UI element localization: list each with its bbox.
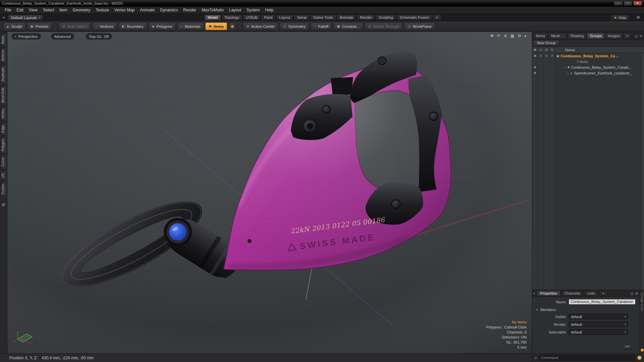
menu-system[interactable]: System [244,7,263,14]
raygl-toggle-button[interactable]: Ray GL: Off [86,33,112,40]
tab-animate[interactable]: Animate [337,15,356,20]
menu-dynamics[interactable]: Dynamics [157,7,180,14]
minimize-button[interactable]: ─ [614,1,623,6]
workplane-button[interactable]: ◳ WorkPlane [404,22,435,30]
symmetry-button[interactable]: ◫ Symmetry [280,22,309,30]
command-input[interactable]: Command [539,355,635,361]
tree-row-mesh[interactable]: ◉ – ▲ Speedrunner_Kanhook_carabiner_ [532,70,641,76]
tab-groups[interactable]: Groups [587,33,604,39]
menu-maxtomodo[interactable]: MaxToModo [199,7,226,14]
pan-icon[interactable]: ✚ [490,34,494,38]
panel-expand-icon[interactable]: ◲ [635,34,638,38]
items-button[interactable]: ✚ Items [205,22,227,30]
palette-icon[interactable]: ▤ [2,202,5,207]
tab-schematic-fusion[interactable]: Schematic Fusion [397,15,432,20]
collapse-icon[interactable]: ▸ [534,292,535,295]
tab-curve[interactable]: Curve [1,155,7,169]
tab-lists[interactable]: Lists [584,291,598,296]
vertices-button[interactable]: ∴ Vertices [92,22,117,30]
tab-shading[interactable]: Shading [568,33,586,39]
eye-icon[interactable]: ◉ [532,53,538,59]
tree-row-label[interactable]: Continuous_Belay_System_Carabi... [571,65,632,69]
panel-side-tab[interactable]: Group User [640,290,644,353]
render-column-icon[interactable]: ⊙ [538,47,544,53]
boundary-button[interactable]: ◧ Boundary [118,22,147,30]
panel-close-icon[interactable]: ✕ [640,34,642,38]
eye-icon[interactable]: ◉ [532,70,538,76]
menu-animate[interactable]: Animate [137,7,157,14]
menu-view[interactable]: View [26,7,40,14]
tab-scripting[interactable]: Scripting [376,15,396,20]
tree-row-label[interactable]: Continuous_Belay_System_Ca ... [561,54,619,58]
lock-column-icon[interactable]: ◎ [544,47,549,53]
tab-topology[interactable]: Topology [221,15,242,20]
presets-button[interactable]: ◉ Presets [27,22,52,30]
tab-polygon[interactable]: Polygon [1,136,7,154]
tab-channels[interactable]: Channels [561,291,583,296]
viewport-canvas[interactable]: 22kN 2013 0122 05 00186 SWISS MADE SWISS… [7,32,532,353]
menu-help[interactable]: Help [263,7,276,14]
tab-model[interactable]: Model [205,15,221,20]
tab-properties[interactable]: Properties [537,291,560,296]
tab-mesh-edit[interactable]: Mesh Edit [1,85,7,105]
menu-render[interactable]: Render [180,7,199,14]
tab-duplicate[interactable]: Duplicate [1,65,7,84]
menu-vertex-map[interactable]: Vertex Map [112,7,138,14]
select-through-button[interactable]: ▩ Select Through [365,22,402,30]
name-field[interactable]: Continuous_Belay_System_Carabiner [569,299,636,305]
tab-vertex[interactable]: Vertex [1,106,7,121]
lock-dot-icon[interactable]: ◎ [544,53,549,59]
panel-gear-icon[interactable]: ⚙ [635,292,638,295]
layout-up-icon[interactable]: ▲ [2,15,5,19]
visible-dropdown[interactable]: default ▾ [569,314,628,319]
panel-expand-icon[interactable]: ◲ [630,292,633,295]
viewport-expand-icon[interactable]: ▸ [525,34,527,38]
perspective-view-button[interactable]: ● Perspective [11,33,41,40]
menu-layout[interactable]: Layout [226,7,244,14]
tab-uvedit[interactable]: UVEdit [243,15,260,20]
menu-texture[interactable]: Texture [93,7,111,14]
tab-layout[interactable]: Layout [276,15,293,20]
orbit-icon[interactable]: ⟳ [497,34,500,38]
command-history-icon[interactable] [637,356,642,360]
selectable-dropdown[interactable]: default ▾ [569,329,628,335]
advanced-shading-button[interactable]: Advanced [51,33,74,40]
menu-select[interactable]: Select [40,7,57,14]
polygons-button[interactable]: ◆ Polygons [149,22,176,30]
tab-images[interactable]: Images [605,33,623,39]
tree-row-label[interactable]: Speedrunner_Kanhook_carabiner_ [574,71,632,75]
auto-select-button[interactable]: ▦ Auto Select [59,22,90,30]
tab-mesh-ops[interactable]: Mesh ... [548,33,567,39]
tree-row-group[interactable]: ◉ ⊙ ◎ ⊘ ▣ Continuous_Belay_System_Ca ... [532,53,641,59]
eye-icon[interactable]: ◉ [532,64,538,70]
group-tree[interactable]: ◉ ⊙ ◎ ⊘ ▣ Continuous_Belay_System_Ca ...… [532,53,644,290]
layout-gear-icon[interactable]: ⚙ [636,15,640,20]
tab-deform[interactable]: Deform [1,47,7,64]
constraints-button[interactable]: ▣ Constrai... [333,22,363,30]
viewport-3d[interactable]: 22kN 2013 0122 05 00186 SWISS MADE SWISS… [7,32,532,353]
tab-add[interactable]: + [433,15,441,20]
members-section-header[interactable]: ▼ Members [532,308,640,312]
render-dot-icon[interactable]: ⊙ [538,53,544,59]
tab-paint[interactable]: Paint [261,15,275,20]
tree-scrollbar[interactable] [641,53,644,290]
tab-game-tools[interactable]: Game Tools [310,15,336,20]
tab-edge[interactable]: Edge [1,122,7,135]
more-options-button[interactable]: >> [623,344,632,349]
new-group-button[interactable]: New Group [533,40,559,46]
maximize-button[interactable]: □ [624,1,632,6]
name-column-header[interactable]: Name [555,48,575,52]
tree-row-locator[interactable]: ◉ – ✚ Continuous_Belay_System_Carabi... [532,64,641,70]
menu-file[interactable]: File [2,7,14,14]
form-edit-icon[interactable] [641,349,644,352]
close-button[interactable]: ✕ [633,1,642,6]
viewport-gear-icon[interactable]: ⚙ [518,34,521,38]
menu-geometry[interactable]: Geometry [70,7,93,14]
materials-button[interactable]: ◐ Materials [177,22,204,30]
menu-edit[interactable]: Edit [14,7,26,14]
falloff-button[interactable]: ◔ Falloff [311,22,332,30]
items-mode-button[interactable]: ◉ [229,23,236,30]
visibility-column-icon[interactable]: ◉ [532,47,538,53]
sculpt-button[interactable]: ◭ Sculpt [3,22,25,30]
filter-column-icon[interactable]: ⊘ [549,47,555,53]
